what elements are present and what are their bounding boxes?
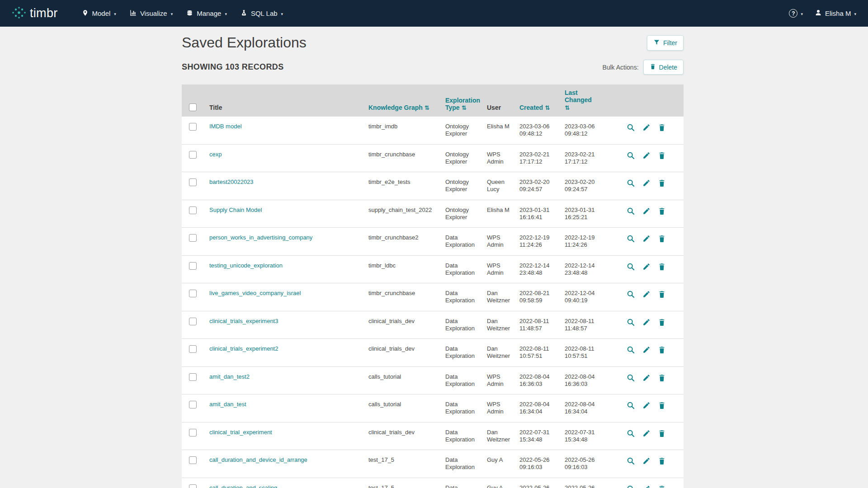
delete-trash-icon[interactable] [658,346,666,354]
user-cell: Guy A [483,450,516,478]
view-exploration-icon[interactable] [626,206,635,216]
exploration-type-cell: Data Exploration [442,422,483,450]
user-cell: Dan Weitzner [483,339,516,367]
edit-pencil-icon[interactable] [642,374,651,382]
row-checkbox[interactable] [189,429,197,436]
delete-trash-icon[interactable] [658,429,666,437]
row-checkbox[interactable] [189,123,197,131]
view-exploration-icon[interactable] [626,429,635,438]
delete-trash-icon[interactable] [658,318,666,326]
exploration-title-link[interactable]: live_games_video_company_israel [209,290,301,296]
delete-trash-icon[interactable] [658,179,666,187]
view-exploration-icon[interactable] [626,178,635,188]
bulk-delete-button[interactable]: Delete [643,60,684,75]
help-menu[interactable]: ? ▾ [789,9,803,18]
row-checkbox[interactable] [189,234,197,242]
row-checkbox[interactable] [189,318,197,325]
view-exploration-icon[interactable] [626,484,635,488]
edit-pencil-icon[interactable] [642,457,651,465]
row-checkbox-cell [182,144,202,172]
edit-pencil-icon[interactable] [642,123,651,131]
menu-item-model[interactable]: Model ▾ [75,0,123,27]
actions-cell [615,228,684,256]
edit-pencil-icon[interactable] [642,207,651,215]
view-exploration-icon[interactable] [626,290,635,299]
timbr-logo[interactable]: timbr [12,6,58,21]
row-checkbox[interactable] [189,345,197,353]
exploration-title-link[interactable]: Supply Chain Model [209,206,262,213]
exploration-title-link[interactable]: clinical_trials_experiment2 [209,345,278,352]
menu-item-label: SQL Lab [251,9,278,17]
edit-pencil-icon[interactable] [642,263,651,271]
view-exploration-icon[interactable] [626,151,635,160]
row-checkbox-cell [182,283,202,311]
exploration-title-link[interactable]: call_duration_and_device_id_arrange [209,456,307,463]
menu-item-sql-lab[interactable]: SQL Lab ▾ [234,0,290,27]
row-checkbox[interactable] [189,178,197,186]
col-header-created[interactable]: Created⇅ [516,84,561,117]
edit-pencil-icon[interactable] [642,235,651,243]
view-exploration-icon[interactable] [626,456,635,465]
chevron-down-icon: ▾ [171,12,173,16]
view-exploration-icon[interactable] [626,345,635,354]
delete-trash-icon[interactable] [658,151,666,160]
delete-trash-icon[interactable] [658,290,666,298]
exploration-title-link[interactable]: amit_dan_test2 [209,373,250,380]
col-header-last-changed[interactable]: Last Changed⇅ [561,84,615,117]
edit-pencil-icon[interactable] [642,179,651,187]
view-exploration-icon[interactable] [626,318,635,327]
exploration-title-link[interactable]: clinical_trials_experiment3 [209,318,278,324]
exploration-title-link[interactable]: IMDB model [209,123,242,130]
delete-trash-icon[interactable] [658,207,666,215]
edit-pencil-icon[interactable] [642,401,651,409]
view-exploration-icon[interactable] [626,123,635,132]
view-exploration-icon[interactable] [626,262,635,271]
row-checkbox-cell [182,366,202,394]
delete-button-label: Delete [659,64,677,71]
bulk-actions: Bulk Actions: Delete [602,60,684,75]
menu-item-visualize[interactable]: Visualize ▾ [123,0,179,27]
view-exploration-icon[interactable] [626,373,635,382]
edit-pencil-icon[interactable] [642,151,651,160]
col-header-label: User [487,104,501,111]
edit-pencil-icon[interactable] [642,429,651,437]
view-exploration-icon[interactable] [626,234,635,243]
delete-trash-icon[interactable] [658,457,666,465]
row-checkbox[interactable] [189,151,197,159]
delete-trash-icon[interactable] [658,263,666,271]
person-icon [815,9,822,18]
row-checkbox[interactable] [189,456,197,464]
delete-trash-icon[interactable] [658,123,666,131]
user-menu[interactable]: Elisha M ▾ [815,9,856,18]
delete-trash-icon[interactable] [658,235,666,243]
edit-pencil-icon[interactable] [642,318,651,326]
select-all-checkbox[interactable] [189,103,197,111]
view-exploration-icon[interactable] [626,401,635,410]
exploration-title-link[interactable]: cexp [209,151,222,158]
chevron-down-icon: ▾ [281,12,283,16]
filter-button[interactable]: Filter [647,35,684,51]
row-checkbox[interactable] [189,373,197,381]
delete-trash-icon[interactable] [658,374,666,382]
exploration-title-link[interactable]: amit_dan_test [209,401,246,408]
col-header-exploration-type[interactable]: Exploration Type⇅ [442,84,483,117]
row-checkbox[interactable] [189,262,197,270]
col-header-knowledge-graph[interactable]: Knowledge Graph⇅ [365,84,442,117]
delete-trash-icon[interactable] [658,401,666,409]
edit-pencil-icon[interactable] [642,290,651,298]
user-cell: WPS Admin [483,366,516,394]
exploration-title-link[interactable]: person_works_in_advertising_company [209,234,312,241]
edit-pencil-icon[interactable] [642,485,651,488]
row-checkbox[interactable] [189,290,197,297]
row-checkbox[interactable] [189,484,197,488]
menu-item-manage[interactable]: Manage ▾ [179,0,234,27]
title-cell: Supply Chain Model [202,200,365,228]
exploration-title-link[interactable]: call_duration_and_scaling [209,484,277,488]
exploration-title-link[interactable]: testing_unicode_exploration [209,262,283,269]
edit-pencil-icon[interactable] [642,346,651,354]
row-checkbox[interactable] [189,401,197,408]
exploration-title-link[interactable]: bartest20022023 [209,178,254,185]
exploration-title-link[interactable]: clinical_trial_experiment [209,429,272,436]
row-checkbox[interactable] [189,206,197,214]
delete-trash-icon[interactable] [658,485,666,488]
